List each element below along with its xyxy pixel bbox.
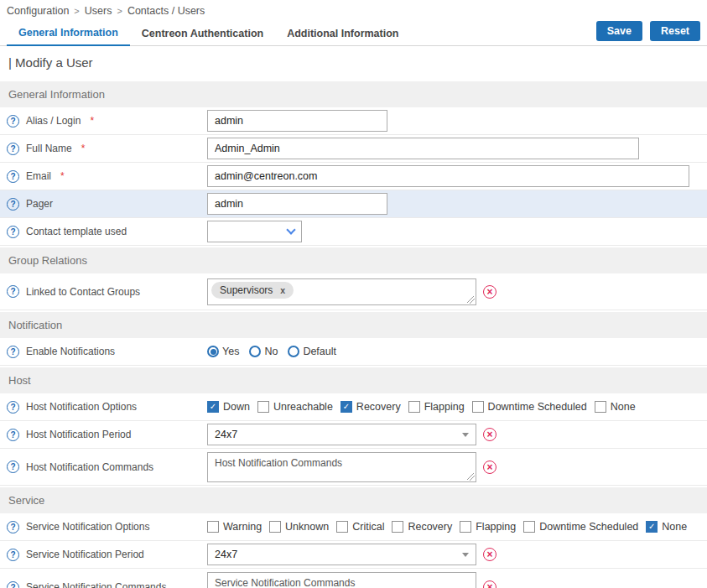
required-marker: * bbox=[60, 170, 65, 182]
radio-icon bbox=[207, 346, 219, 357]
checkbox-icon: ✓ bbox=[269, 521, 281, 533]
radio-icon bbox=[288, 346, 299, 357]
tab-centreon-authentication[interactable]: Centreon Authentication bbox=[130, 22, 275, 45]
radio-default[interactable]: Default bbox=[288, 346, 336, 357]
service-period-select[interactable]: 24x7 bbox=[207, 544, 476, 565]
breadcrumb: Configuration > Users > Contacts / Users bbox=[0, 0, 707, 21]
pager-label: Pager bbox=[26, 198, 53, 210]
clear-field-icon[interactable]: × bbox=[483, 428, 496, 441]
checkbox-icon: ✓ bbox=[523, 521, 535, 533]
help-icon[interactable]: ? bbox=[7, 115, 19, 127]
radio-yes[interactable]: Yes bbox=[207, 346, 239, 357]
host-options-group: ✓ Down ✓ Unreachable ✓ Recovery ✓ Flappi… bbox=[207, 401, 636, 413]
clear-field-icon[interactable]: × bbox=[483, 580, 496, 588]
checkbox-icon: ✓ bbox=[257, 401, 269, 413]
checkbox-icon: ✓ bbox=[595, 401, 606, 413]
service-commands-input[interactable] bbox=[207, 572, 476, 588]
row-service-notification-options: ? Service Notification Options ✓ Warning… bbox=[0, 513, 707, 541]
row-host-notification-options: ? Host Notification Options ✓ Down ✓ Unr… bbox=[0, 393, 707, 421]
checkbox-icon: ✓ bbox=[341, 401, 352, 413]
checkbox-icon: ✓ bbox=[408, 401, 420, 413]
caret-down-icon bbox=[462, 553, 469, 557]
contact-groups-input[interactable]: Supervisors x bbox=[207, 278, 476, 305]
tab-general-information[interactable]: General Information bbox=[7, 21, 130, 46]
form-actions: Save Reset bbox=[596, 21, 700, 45]
contact-template-label: Contact template used bbox=[26, 226, 127, 237]
help-icon[interactable]: ? bbox=[7, 285, 19, 298]
checkbox-none[interactable]: ✓ None bbox=[646, 521, 687, 533]
checkbox-icon: ✓ bbox=[392, 521, 403, 533]
help-icon[interactable]: ? bbox=[7, 581, 19, 588]
enable-notifications-label: Enable Notifications bbox=[26, 346, 115, 357]
radio-label: No bbox=[264, 346, 278, 357]
breadcrumb-configuration[interactable]: Configuration bbox=[7, 5, 69, 17]
service-period-selected-value: 24x7 bbox=[215, 549, 237, 560]
checkbox-flapping[interactable]: ✓ Flapping bbox=[460, 521, 516, 533]
breadcrumb-separator: > bbox=[74, 6, 79, 16]
checkbox-unknown[interactable]: ✓ Unknown bbox=[269, 521, 329, 533]
save-button[interactable]: Save bbox=[596, 21, 642, 41]
row-host-notification-period: ? Host Notification Period 24x7 × bbox=[0, 421, 707, 449]
clear-field-icon[interactable]: × bbox=[483, 461, 496, 474]
help-icon[interactable]: ? bbox=[7, 346, 19, 358]
caret-down-icon bbox=[462, 433, 469, 437]
checkbox-flapping[interactable]: ✓ Flapping bbox=[408, 401, 465, 413]
required-marker: * bbox=[81, 143, 86, 154]
help-icon[interactable]: ? bbox=[7, 226, 19, 238]
service-period-label: Service Notification Period bbox=[26, 549, 144, 560]
breadcrumb-users[interactable]: Users bbox=[85, 5, 112, 17]
host-options-label: Host Notification Options bbox=[26, 401, 137, 413]
section-general-information: General Information bbox=[0, 81, 707, 107]
help-icon[interactable]: ? bbox=[7, 143, 19, 155]
resize-handle[interactable] bbox=[467, 296, 475, 304]
tab-additional-information[interactable]: Additional Information bbox=[275, 22, 410, 45]
full-name-input[interactable] bbox=[207, 138, 639, 159]
clear-field-icon[interactable]: × bbox=[483, 548, 496, 561]
section-service: Service bbox=[0, 487, 707, 513]
host-period-selected-value: 24x7 bbox=[215, 429, 237, 440]
help-icon[interactable]: ? bbox=[7, 170, 19, 183]
checkbox-downtime-scheduled[interactable]: ✓ Downtime Scheduled bbox=[472, 401, 587, 413]
email-input[interactable] bbox=[207, 165, 689, 187]
alias-input[interactable] bbox=[207, 110, 387, 132]
help-icon[interactable]: ? bbox=[7, 198, 19, 211]
service-commands-label: Service Notification Commands bbox=[26, 581, 166, 588]
checkbox-none[interactable]: ✓ None bbox=[595, 401, 636, 413]
contact-groups-label: Linked to Contact Groups bbox=[26, 286, 140, 298]
resize-handle[interactable] bbox=[467, 473, 475, 481]
radio-no[interactable]: No bbox=[249, 346, 278, 357]
section-notification: Notification bbox=[0, 312, 707, 338]
checkbox-icon: ✓ bbox=[472, 401, 484, 413]
host-period-label: Host Notification Period bbox=[26, 429, 131, 440]
service-options-group: ✓ Warning ✓ Unknown ✓ Critical ✓ Recover… bbox=[207, 521, 687, 533]
chip-supervisors: Supervisors x bbox=[211, 282, 294, 299]
help-icon[interactable]: ? bbox=[7, 461, 19, 473]
alias-label: Alias / Login bbox=[26, 115, 81, 127]
host-commands-input[interactable] bbox=[207, 452, 476, 482]
required-marker: * bbox=[90, 115, 94, 127]
contact-template-select[interactable] bbox=[207, 221, 302, 242]
checkbox-downtime-scheduled[interactable]: ✓ Downtime Scheduled bbox=[523, 521, 638, 533]
checkbox-recovery[interactable]: ✓ Recovery bbox=[341, 401, 401, 413]
checkbox-icon: ✓ bbox=[207, 521, 219, 533]
pager-input[interactable] bbox=[207, 193, 387, 215]
row-full-name: ? Full Name * bbox=[0, 135, 707, 163]
checkbox-critical[interactable]: ✓ Critical bbox=[336, 521, 384, 533]
chip-remove-icon[interactable]: x bbox=[280, 285, 285, 295]
help-icon[interactable]: ? bbox=[7, 521, 19, 533]
host-period-select[interactable]: 24x7 bbox=[207, 424, 476, 445]
checkbox-recovery[interactable]: ✓ Recovery bbox=[392, 521, 452, 533]
help-icon[interactable]: ? bbox=[7, 401, 19, 414]
help-icon[interactable]: ? bbox=[7, 549, 19, 561]
row-pager: ? Pager bbox=[0, 190, 707, 218]
checkbox-down[interactable]: ✓ Down bbox=[207, 401, 250, 413]
checkbox-warning[interactable]: ✓ Warning bbox=[207, 521, 262, 533]
reset-button[interactable]: Reset bbox=[650, 21, 700, 41]
breadcrumb-contacts-users[interactable]: Contacts / Users bbox=[127, 5, 205, 17]
checkbox-unreachable[interactable]: ✓ Unreachable bbox=[257, 401, 333, 413]
breadcrumb-separator: > bbox=[117, 6, 122, 16]
help-icon[interactable]: ? bbox=[7, 429, 19, 441]
checkbox-icon: ✓ bbox=[460, 521, 471, 533]
clear-field-icon[interactable]: × bbox=[483, 285, 496, 299]
chevron-down-icon bbox=[286, 225, 295, 234]
